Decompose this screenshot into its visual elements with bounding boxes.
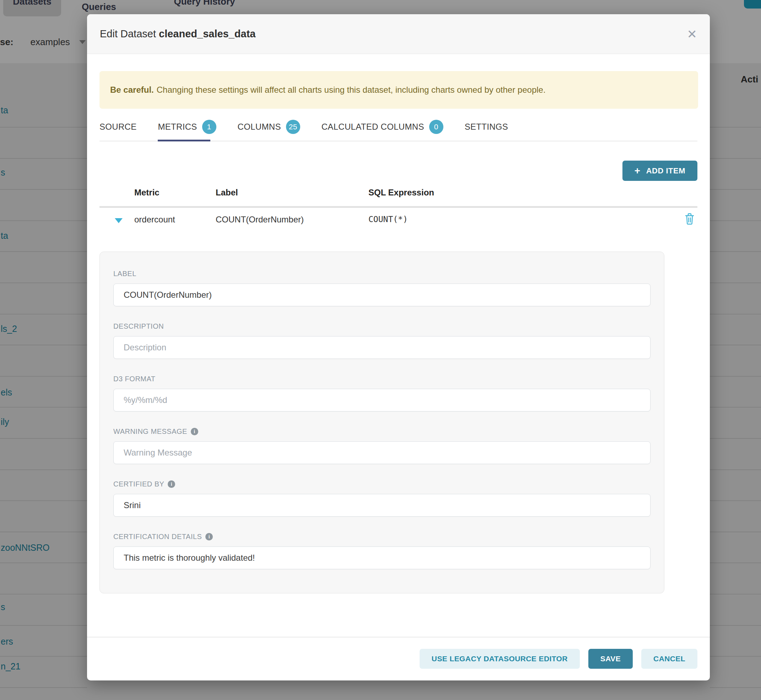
field-certification-details: CERTIFICATION DETAILS i: [113, 533, 650, 541]
modal-title-dataset-name: cleaned_sales_data: [159, 28, 255, 39]
field-caption-text: CERTIFIED BY: [113, 480, 164, 488]
tab-calculated-columns[interactable]: CALCULATED COLUMNS 0: [322, 117, 444, 137]
metric-row: ordercount COUNT(OrderNumber) COUNT(*): [87, 212, 710, 228]
description-input[interactable]: [113, 336, 650, 359]
metric-detail-panel: LABEL DESCRIPTION D3 FORMAT WARNING MESS…: [100, 252, 664, 594]
add-item-button-label: ADD ITEM: [646, 166, 685, 175]
metric-name: ordercount: [134, 215, 175, 225]
certified-by-input[interactable]: [113, 494, 650, 517]
metric-label: COUNT(OrderNumber): [216, 215, 304, 225]
field-caption-text: CERTIFICATION DETAILS: [113, 533, 202, 541]
tab-calculated-columns-label: CALCULATED COLUMNS: [322, 122, 424, 132]
warning-banner-bold: Be careful.: [110, 85, 154, 95]
info-icon[interactable]: i: [168, 480, 175, 488]
tab-columns-label: COLUMNS: [238, 122, 281, 132]
tab-calculated-columns-badge: 0: [429, 120, 444, 134]
field-caption-text: D3 FORMAT: [113, 375, 156, 383]
warning-message-input[interactable]: [113, 441, 650, 464]
field-label-caption: LABEL: [113, 270, 650, 278]
metric-column-header: Metric: [134, 188, 159, 198]
close-icon[interactable]: ✕: [687, 28, 697, 40]
tab-metrics-badge: 1: [202, 120, 216, 134]
active-tab-underline: [158, 140, 210, 141]
tab-columns[interactable]: COLUMNS 25: [238, 117, 300, 137]
screen: Datasets Saved Queries Query History se:…: [0, 0, 761, 700]
tab-metrics[interactable]: METRICS 1: [158, 117, 216, 137]
field-certified-by: CERTIFIED BY i: [113, 480, 650, 488]
modal-footer: USE LEGACY DATASOURCE EDITOR SAVE CANCEL: [420, 649, 697, 669]
tab-metrics-label: METRICS: [158, 122, 197, 132]
footer-divider: [87, 637, 710, 638]
edit-dataset-modal: Edit Dataset cleaned_sales_data ✕ Be car…: [87, 14, 710, 680]
label-input[interactable]: [113, 284, 650, 306]
field-d3-format-caption: D3 FORMAT: [113, 375, 650, 383]
field-warning-message: WARNING MESSAGE i: [113, 427, 650, 436]
tab-settings-label: SETTINGS: [465, 122, 508, 132]
field-d3-format: D3 FORMAT: [113, 375, 650, 383]
label-column-header: Label: [216, 188, 238, 198]
modal-tabs: SOURCE METRICS 1 COLUMNS 25 CALCULATED C…: [100, 117, 508, 137]
warning-banner: Be careful. Changing these settings will…: [100, 71, 698, 109]
cancel-button[interactable]: CANCEL: [641, 649, 697, 669]
expand-caret-icon[interactable]: [115, 218, 123, 223]
add-item-button[interactable]: + ADD ITEM: [622, 161, 697, 181]
sql-expression-column-header: SQL Expression: [369, 188, 434, 198]
info-icon[interactable]: i: [191, 428, 198, 435]
field-warning-message-caption: WARNING MESSAGE i: [113, 427, 650, 436]
metric-sql-expression: COUNT(*): [369, 215, 408, 224]
warning-banner-text: Changing these settings will affect all …: [157, 85, 546, 95]
field-caption-text: WARNING MESSAGE: [113, 427, 187, 436]
field-label: LABEL: [113, 270, 650, 278]
save-button[interactable]: SAVE: [588, 649, 633, 669]
certification-details-input[interactable]: [113, 547, 650, 569]
trash-icon[interactable]: [684, 212, 695, 227]
tab-source-label: SOURCE: [100, 122, 136, 132]
field-description: DESCRIPTION: [113, 322, 650, 330]
modal-title: Edit Dataset cleaned_sales_data: [100, 28, 256, 40]
tab-source[interactable]: SOURCE: [100, 117, 136, 137]
field-certification-details-caption: CERTIFICATION DETAILS i: [113, 533, 650, 541]
field-description-caption: DESCRIPTION: [113, 322, 650, 330]
plus-icon: +: [634, 166, 641, 176]
modal-title-prefix: Edit Dataset: [100, 28, 156, 39]
info-icon[interactable]: i: [205, 533, 213, 541]
tab-settings[interactable]: SETTINGS: [465, 117, 508, 137]
metrics-table-divider: [100, 206, 697, 208]
modal-header: Edit Dataset cleaned_sales_data ✕: [87, 14, 710, 54]
use-legacy-datasource-editor-button[interactable]: USE LEGACY DATASOURCE EDITOR: [420, 649, 580, 669]
field-caption-text: DESCRIPTION: [113, 322, 164, 330]
tab-columns-badge: 25: [286, 120, 300, 134]
field-caption-text: LABEL: [113, 270, 136, 278]
field-certified-by-caption: CERTIFIED BY i: [113, 480, 650, 488]
d3-format-input[interactable]: [113, 389, 650, 411]
